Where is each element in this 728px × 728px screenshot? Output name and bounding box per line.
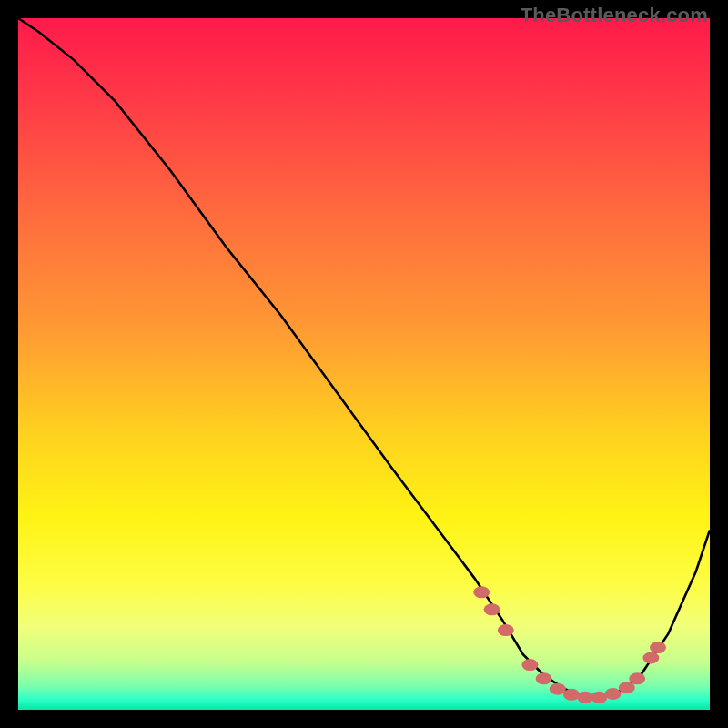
watermark-text: TheBottleneck.com xyxy=(521,4,708,27)
highlight-marker xyxy=(550,683,566,695)
chart-frame xyxy=(18,18,710,710)
highlight-marker xyxy=(563,689,580,701)
chart-canvas xyxy=(18,18,710,710)
highlight-marker xyxy=(536,672,552,684)
chart-background xyxy=(18,18,710,710)
highlight-marker xyxy=(473,586,490,598)
highlight-marker xyxy=(521,659,538,671)
highlight-marker xyxy=(650,642,666,653)
highlight-marker xyxy=(484,603,500,615)
highlight-marker xyxy=(605,688,622,700)
highlight-marker xyxy=(642,652,659,664)
highlight-marker xyxy=(629,672,645,684)
highlight-marker xyxy=(498,624,514,636)
